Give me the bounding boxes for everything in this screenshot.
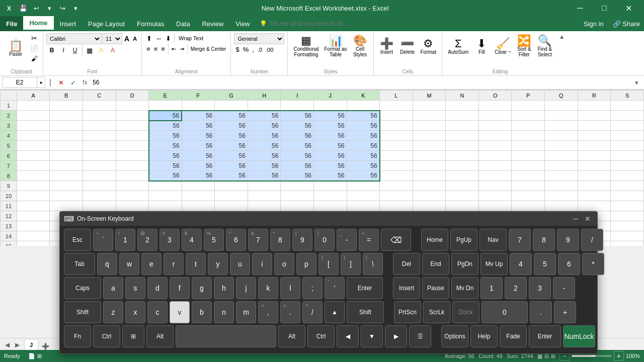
cell-N9[interactable] [446, 181, 479, 191]
cell-L6[interactable] [380, 151, 413, 161]
clear-button[interactable]: 🧹 Clear ~ [492, 33, 514, 59]
cell-K7[interactable]: 56 [347, 161, 380, 171]
cell-L4[interactable] [380, 131, 413, 141]
cell-N11[interactable] [446, 201, 479, 211]
cell-L9[interactable] [380, 181, 413, 191]
cell-D3[interactable] [116, 121, 149, 131]
cell-R1[interactable] [578, 101, 611, 111]
menu-file[interactable]: File [0, 16, 23, 31]
key-y[interactable]: y [208, 253, 228, 275]
key-r[interactable]: r [164, 253, 184, 275]
key-rbracket[interactable]: }] [341, 253, 361, 275]
cell-O6[interactable] [478, 151, 512, 161]
cell-B7[interactable] [50, 161, 83, 171]
col-header-a[interactable]: A [17, 90, 50, 101]
cell-B11[interactable] [50, 201, 83, 211]
cell-P5[interactable] [512, 141, 545, 151]
cell-G11[interactable] [215, 201, 248, 211]
cell-N5[interactable] [446, 141, 479, 151]
cell-H8[interactable]: 56 [248, 171, 281, 181]
key-scrlk[interactable]: ScrLk [423, 301, 450, 323]
cell-B8[interactable] [50, 171, 83, 181]
cell-M10[interactable] [413, 191, 446, 201]
cell-A2[interactable] [17, 111, 50, 121]
cell-C2[interactable] [83, 111, 116, 121]
row-number-10[interactable]: 10 [1, 191, 17, 201]
menu-home[interactable]: Home [23, 16, 53, 31]
key-num-add[interactable]: + [554, 301, 576, 323]
cell-C4[interactable] [83, 131, 116, 141]
cell-J7[interactable]: 56 [313, 161, 347, 171]
cell-D11[interactable] [116, 201, 149, 211]
key-slash[interactable]: ?/ [302, 301, 323, 323]
col-header-l[interactable]: L [380, 90, 413, 101]
cell-S7[interactable] [611, 161, 644, 171]
share-button[interactable]: 🔗 Share [613, 20, 640, 28]
key-mvdn[interactable]: Mv Dn [451, 277, 478, 299]
cell-K10[interactable] [347, 191, 380, 201]
col-header-s[interactable]: S [611, 90, 644, 101]
cell-G3[interactable]: 56 [215, 121, 248, 131]
cell-R11[interactable] [578, 201, 611, 211]
key-pgup[interactable]: PgUp [450, 229, 477, 251]
key-num7[interactable]: 7 [509, 229, 531, 251]
key-num5[interactable]: 5 [534, 253, 556, 275]
cell-C1[interactable] [83, 101, 116, 111]
key-menu[interactable]: ☰ [409, 325, 431, 347]
cell-G10[interactable] [215, 191, 248, 201]
key-4[interactable]: $4 [182, 229, 202, 251]
cell-S13[interactable] [611, 221, 644, 231]
key-enter[interactable]: Enter [347, 277, 383, 299]
cell-O9[interactable] [478, 181, 512, 191]
comma-button[interactable]: , [251, 45, 256, 54]
cell-I10[interactable] [281, 191, 314, 201]
cell-C8[interactable] [83, 171, 116, 181]
wrap-text-button[interactable]: Wrap Text [176, 35, 206, 42]
row-number-13[interactable]: 13 [1, 221, 17, 231]
cell-E2[interactable]: 56 [149, 111, 182, 121]
cell-D2[interactable] [116, 111, 149, 121]
cell-Q8[interactable] [545, 171, 578, 181]
key-period[interactable]: >. [280, 301, 300, 323]
key-0[interactable]: )0 [314, 229, 335, 251]
name-box-dropdown[interactable]: ▾ [37, 77, 45, 88]
key-lbracket[interactable]: {[ [318, 253, 339, 275]
key-f[interactable]: f [170, 277, 190, 299]
key-up-arrow[interactable]: ▲ [325, 301, 345, 323]
cell-J5[interactable]: 56 [313, 141, 347, 151]
cell-G2[interactable]: 56 [215, 111, 248, 121]
tell-me-bar[interactable]: 💡 [256, 16, 584, 31]
key-ctrl-left[interactable]: Ctrl [93, 325, 120, 347]
col-header-n[interactable]: N [446, 90, 479, 101]
key-fn[interactable]: Fn [64, 325, 91, 347]
cell-L7[interactable] [380, 161, 413, 171]
cell-G6[interactable]: 56 [215, 151, 248, 161]
cell-H6[interactable]: 56 [248, 151, 281, 161]
paste-button[interactable]: 📋 Paste [3, 35, 28, 61]
tab-prev-button[interactable]: ◀ [2, 340, 12, 350]
formula-input[interactable] [91, 77, 631, 88]
italic-button[interactable]: I [58, 45, 69, 56]
cell-H9[interactable] [248, 181, 281, 191]
cell-H1[interactable] [248, 101, 281, 111]
key-h[interactable]: h [214, 277, 234, 299]
cell-P4[interactable] [512, 131, 545, 141]
cell-K1[interactable] [347, 101, 380, 111]
cell-styles-button[interactable]: 🎨 CellStyles [350, 33, 370, 59]
add-sheet-button[interactable]: ➕ [39, 343, 52, 350]
key-x[interactable]: x [125, 301, 145, 323]
sort-filter-button[interactable]: 🔀 Sort &Filter [514, 33, 534, 59]
cell-D10[interactable] [116, 191, 149, 201]
cell-O4[interactable] [478, 131, 512, 141]
cell-C10[interactable] [83, 191, 116, 201]
cell-I7[interactable]: 56 [281, 161, 314, 171]
confirm-formula-button[interactable]: ✓ [67, 77, 78, 88]
font-size-select[interactable]: 11 [102, 33, 122, 44]
key-win[interactable]: ⊞ [122, 325, 144, 347]
cell-Q4[interactable] [545, 131, 578, 141]
menu-formulas[interactable]: Formulas [131, 16, 170, 31]
cell-L5[interactable] [380, 141, 413, 151]
bold-button[interactable]: B [46, 45, 57, 56]
cell-B9[interactable] [50, 181, 83, 191]
key-backspace[interactable]: ⌫ [381, 229, 411, 251]
